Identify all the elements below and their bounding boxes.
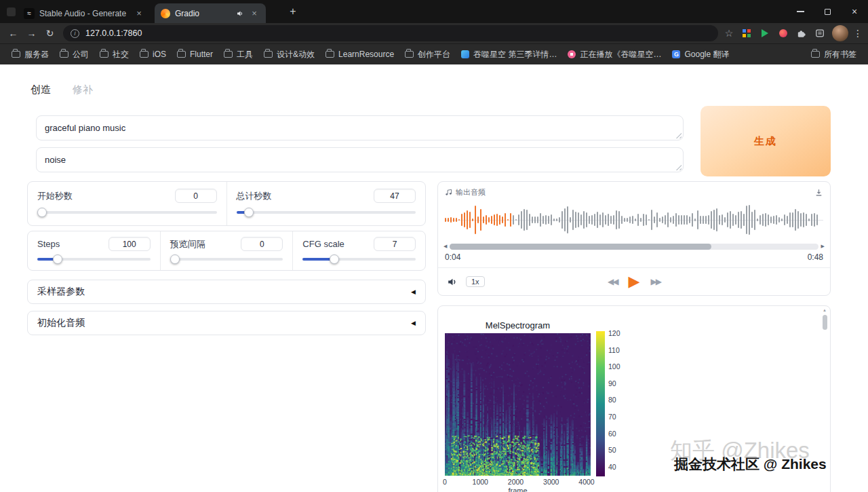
- output-audio-label: 输出音频: [445, 187, 486, 197]
- new-tab-button[interactable]: +: [286, 5, 300, 18]
- bookmark-star-icon[interactable]: ☆: [721, 28, 737, 39]
- tab-inpaint[interactable]: 修补: [73, 83, 93, 96]
- slider-track[interactable]: [37, 258, 151, 261]
- bookmark-item[interactable]: 正在播放《吞噬星空…: [563, 47, 666, 62]
- folder-icon: [100, 51, 108, 58]
- accordion-init-audio[interactable]: 初始化音频 ◀: [27, 311, 426, 335]
- chart-title: MelSpectrogram: [445, 320, 591, 330]
- reload-button[interactable]: ↻: [41, 28, 59, 39]
- bookmark-item[interactable]: iOS: [135, 48, 171, 61]
- back-button[interactable]: ←: [4, 28, 22, 39]
- bookmark-item[interactable]: 社交: [95, 47, 134, 62]
- window-icon: [7, 7, 16, 16]
- slider-thumb[interactable]: [330, 254, 339, 264]
- resize-grip-icon[interactable]: [675, 132, 682, 138]
- slider-number-input[interactable]: 100: [108, 237, 151, 251]
- melspectrogram-canvas: [445, 333, 591, 476]
- negative-prompt-input[interactable]: noise: [36, 147, 684, 172]
- window-close-button[interactable]: ×: [841, 0, 868, 23]
- waveform-container[interactable]: [445, 200, 823, 240]
- playback-speed-button[interactable]: 1x: [466, 276, 485, 287]
- browser-tab-gradio[interactable]: Gradio ×: [155, 3, 266, 23]
- slider-label: CFG scale: [302, 239, 344, 249]
- accordion-label: 初始化音频: [37, 317, 85, 329]
- tab-close-icon[interactable]: ×: [249, 8, 260, 19]
- waveform-scrollbar-thumb[interactable]: [450, 244, 711, 250]
- folder-icon: [12, 51, 20, 58]
- extension-icon-grid[interactable]: [737, 24, 755, 42]
- url-bar[interactable]: i 127.0.0.1:7860: [63, 25, 718, 41]
- waveform-scrollbar[interactable]: [450, 244, 818, 250]
- bookmark-item[interactable]: 设计&动效: [259, 47, 319, 62]
- folder-icon: [140, 51, 149, 58]
- bookmark-item[interactable]: 工具: [219, 47, 258, 62]
- slider-number-input[interactable]: 7: [374, 237, 416, 251]
- browser-tabstrip: ≈ Stable Audio - Generate × Gradio × + ×: [0, 0, 868, 23]
- bookmark-item[interactable]: LearnResource: [321, 48, 399, 61]
- screen: ≈ Stable Audio - Generate × Gradio × + ×…: [0, 0, 868, 492]
- bookmark-item[interactable]: 创作平台: [400, 47, 455, 62]
- slider-thumb[interactable]: [170, 254, 180, 264]
- prompt-input[interactable]: graceful piano music: [36, 115, 684, 140]
- slider-thumb[interactable]: [244, 208, 254, 217]
- current-time: 0:04: [445, 252, 460, 262]
- slider-number-input[interactable]: 0: [175, 189, 217, 203]
- extension-icon-green[interactable]: [755, 24, 774, 42]
- volume-icon[interactable]: [446, 276, 459, 288]
- generate-button[interactable]: 生成: [701, 106, 831, 176]
- bookmark-item[interactable]: 吞噬星空 第三季详情…: [456, 47, 561, 62]
- slider-preview-every: 预览间隔 0: [160, 231, 293, 270]
- bookmark-item[interactable]: 公司: [55, 47, 94, 62]
- skip-back-button[interactable]: ◀◀: [608, 277, 617, 286]
- slider-label: 总计秒数: [237, 190, 272, 202]
- extension-icon-panel[interactable]: [810, 24, 829, 42]
- slider-number-input[interactable]: 0: [241, 237, 283, 251]
- colorbar-ticks: 120110100908070605040: [608, 331, 629, 476]
- accordion-sampler-params[interactable]: 采样器参数 ◀: [27, 280, 426, 304]
- waveform-scroll-left-icon[interactable]: ◀: [443, 244, 447, 249]
- url-text[interactable]: 127.0.0.1:7860: [85, 29, 711, 38]
- tab-create[interactable]: 创造: [31, 83, 51, 96]
- card-scrollbar-thumb[interactable]: [823, 315, 827, 330]
- waveform-scroll-right-icon[interactable]: ▶: [821, 244, 825, 249]
- slider-label: Steps: [37, 239, 60, 249]
- browser-tab-stable-audio[interactable]: ≈ Stable Audio - Generate ×: [18, 3, 151, 23]
- waveform-bars[interactable]: [445, 200, 823, 240]
- tab-close-icon[interactable]: ×: [134, 8, 144, 19]
- folder-icon: [224, 51, 233, 58]
- resize-grip-icon[interactable]: [675, 164, 682, 170]
- slider-track[interactable]: [37, 211, 217, 214]
- app-tabs: 创造 修补: [31, 83, 93, 96]
- play-button[interactable]: ▶: [629, 274, 640, 289]
- extensions-puzzle-icon[interactable]: [792, 24, 810, 42]
- seconds-sliders-card: 开始秒数 0 总计秒数 47: [27, 181, 426, 226]
- slider-total-seconds: 总计秒数 47: [226, 182, 426, 225]
- slider-track[interactable]: [237, 211, 416, 214]
- x-axis-label: frame: [445, 487, 591, 492]
- browser-menu-icon[interactable]: ⋮: [852, 28, 864, 39]
- extension-icon-red[interactable]: [774, 24, 792, 42]
- bookmark-item[interactable]: 服务器: [7, 47, 54, 62]
- window-maximize-button[interactable]: [814, 0, 841, 23]
- card-scroll-up-icon[interactable]: ▲: [822, 308, 827, 312]
- slider-track[interactable]: [170, 258, 283, 261]
- slider-thumb[interactable]: [53, 254, 62, 264]
- prompt-text: graceful piano music: [45, 123, 125, 133]
- slider-thumb[interactable]: [37, 208, 47, 217]
- window-controls: ×: [787, 0, 868, 23]
- download-icon[interactable]: [814, 188, 823, 197]
- all-bookmarks-button[interactable]: 所有书签: [806, 47, 861, 62]
- slider-track[interactable]: [302, 258, 416, 261]
- skip-forward-button[interactable]: ▶▶: [650, 277, 660, 286]
- site-info-icon[interactable]: i: [71, 29, 79, 38]
- bookmark-item[interactable]: Flutter: [172, 48, 218, 61]
- output-audio-card: 输出音频 ◀ ▶ 0:04 0:48 1x: [437, 181, 831, 296]
- profile-avatar[interactable]: [832, 25, 848, 41]
- slider-number-input[interactable]: 47: [374, 189, 416, 203]
- forward-button[interactable]: →: [22, 28, 41, 39]
- window-minimize-button[interactable]: [787, 0, 814, 23]
- tab-audio-playing-icon[interactable]: [236, 10, 244, 18]
- gradio-app: 创造 修补 graceful piano music noise 生成 开始秒数…: [0, 64, 868, 492]
- bookmark-item[interactable]: GGoogle 翻译: [667, 47, 734, 62]
- negative-prompt-text: noise: [45, 155, 66, 165]
